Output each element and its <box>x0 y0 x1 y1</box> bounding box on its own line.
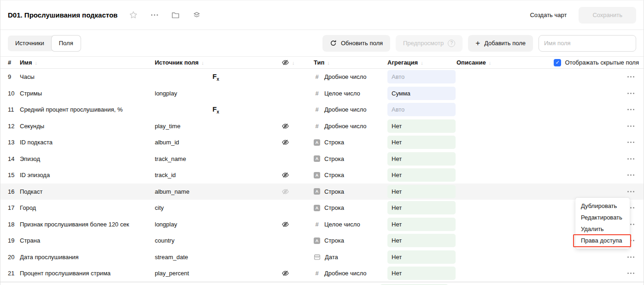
number-type-icon: # <box>314 73 320 80</box>
sort-arrow-icon: ↓ <box>327 60 330 65</box>
field-type-select[interactable]: Дата <box>304 254 387 261</box>
ellipsis-icon <box>627 125 634 127</box>
field-name-input[interactable] <box>539 35 636 52</box>
field-type-select[interactable]: #Целое число <box>304 90 387 97</box>
context-menu-item[interactable]: Права доступа <box>575 235 630 246</box>
context-menu-item[interactable]: Редактировать <box>575 212 630 223</box>
ellipsis-icon <box>627 93 634 94</box>
aggregation-select[interactable]: Нет <box>387 201 457 214</box>
aggregation-select[interactable]: Нет <box>387 218 457 231</box>
column-header-source[interactable]: Источник поля↓ <box>155 59 281 66</box>
row-number: 19 <box>8 237 20 244</box>
field-type-select[interactable]: AСтрока <box>304 204 387 211</box>
row-actions-button[interactable] <box>610 256 636 258</box>
tab-active[interactable]: Поля <box>52 36 81 51</box>
table-row: 9 Часы Fx #Дробное число Авто <box>0 69 644 85</box>
field-type-label: Строка <box>324 237 344 244</box>
title-bar: D01. Прослушивания подкастов Создать чар… <box>0 0 644 30</box>
row-number: 17 <box>8 204 20 211</box>
aggregation-select[interactable]: Нет <box>387 119 457 133</box>
more-options-icon[interactable] <box>150 11 159 20</box>
aggregation-select[interactable]: Нет <box>387 136 457 149</box>
field-type-select[interactable]: AСтрока <box>304 139 387 146</box>
aggregation-select[interactable]: Нет <box>387 250 457 264</box>
aggregation-select[interactable]: Авто <box>387 70 457 83</box>
field-type-label: Дата <box>325 254 338 261</box>
preview-button[interactable]: Предпросмотр ? <box>396 35 463 52</box>
field-type-select[interactable]: AСтрока <box>304 188 387 195</box>
context-menu-item[interactable]: Дублировать <box>575 200 630 212</box>
row-actions-button[interactable] <box>610 93 636 94</box>
context-menu-item[interactable]: Удалить <box>575 223 630 235</box>
table-row: 11 Средний процент прослушивания, % Fx #… <box>0 101 644 118</box>
field-type-label: Целое число <box>324 90 360 97</box>
field-type-label: Строка <box>324 188 344 195</box>
field-source: Fx <box>155 72 281 82</box>
field-name: Часы <box>20 73 155 80</box>
table-row: 10 Стримы longplay #Целое число Сумма <box>0 85 644 102</box>
layers-icon[interactable] <box>192 11 201 20</box>
field-type-select[interactable]: #Дробное число <box>304 270 387 277</box>
save-button[interactable]: Сохранить <box>579 7 636 24</box>
tab-inactive[interactable]: Источники <box>8 36 52 51</box>
aggregation-select[interactable]: Нет <box>387 267 457 280</box>
field-context-menu: ДублироватьРедактироватьУдалитьПрава дос… <box>575 198 630 249</box>
field-type-select[interactable]: #Дробное число <box>304 123 387 130</box>
favorite-star-icon[interactable] <box>129 11 138 20</box>
row-actions-button[interactable] <box>610 76 636 77</box>
aggregation-select[interactable]: Нет <box>387 234 457 247</box>
field-type-label: Дробное число <box>324 270 366 277</box>
aggregation-select[interactable]: Авто <box>387 103 457 116</box>
field-name: Страна <box>20 237 155 244</box>
field-type-label: Целое число <box>324 221 360 228</box>
eye-slash-icon[interactable] <box>281 171 304 179</box>
ellipsis-icon <box>627 109 634 110</box>
field-type-select[interactable]: #Дробное число <box>304 73 387 80</box>
show-hidden-fields-toggle[interactable]: ✓ Отображать скрытые поля <box>554 57 639 68</box>
aggregation-value: Нет <box>387 250 456 264</box>
refresh-fields-button[interactable]: Обновить поля <box>322 35 390 52</box>
eye-slash-icon[interactable] <box>281 122 304 130</box>
aggregation-value: Авто <box>387 70 456 83</box>
add-field-button[interactable]: + Добавить поле <box>468 35 533 52</box>
question-icon: ? <box>448 40 455 47</box>
checkbox-checked-icon: ✓ <box>554 59 561 66</box>
eye-slash-icon[interactable] <box>281 138 304 146</box>
column-header-type[interactable]: Тип↓ <box>304 59 387 66</box>
field-type-select[interactable]: #Дробное число <box>304 106 387 113</box>
folder-icon[interactable] <box>171 11 180 20</box>
string-type-icon: A <box>314 155 320 162</box>
string-type-icon: A <box>314 205 320 211</box>
row-actions-button[interactable] <box>610 158 636 160</box>
field-name: Город <box>20 204 155 211</box>
aggregation-select[interactable]: Сумма <box>387 87 457 100</box>
sort-arrow-icon: ↓ <box>421 60 423 65</box>
aggregation-select[interactable]: Нет <box>387 185 457 198</box>
column-header-visibility[interactable]: ↓ <box>281 59 304 66</box>
row-number: 10 <box>8 90 20 97</box>
field-type-select[interactable]: AСтрока <box>304 172 387 178</box>
table-row: 18 Признак прослушивания более 120 сек l… <box>0 216 644 233</box>
string-type-icon: A <box>314 139 320 146</box>
aggregation-select[interactable]: Нет <box>387 168 457 182</box>
row-actions-button[interactable] <box>610 142 636 143</box>
eye-slash-icon[interactable] <box>281 188 304 196</box>
column-header-name[interactable]: Имя↓ <box>20 59 155 66</box>
field-type-select[interactable]: #Целое число <box>304 221 387 228</box>
field-type-select[interactable]: AСтрока <box>304 237 387 244</box>
create-chart-button[interactable]: Создать чарт <box>530 12 567 18</box>
row-actions-button[interactable] <box>610 273 636 274</box>
aggregation-select[interactable]: Нет <box>387 152 457 166</box>
eye-slash-icon[interactable] <box>281 269 304 277</box>
table-row: 15 ID эпизода track_id AСтрока Нет <box>0 167 644 184</box>
field-name: ID подкаста <box>20 139 155 146</box>
row-actions-button[interactable] <box>610 174 636 176</box>
field-type-select[interactable]: AСтрока <box>304 155 387 162</box>
row-actions-button[interactable] <box>610 125 636 127</box>
eye-slash-icon[interactable] <box>281 220 304 228</box>
row-actions-button[interactable] <box>610 109 636 110</box>
table-row: 14 Эпизод track_name AСтрока Нет <box>0 151 644 167</box>
ellipsis-icon <box>627 174 634 176</box>
column-header-aggregation[interactable]: Агрегация↓ <box>387 59 457 66</box>
row-actions-button[interactable] <box>610 191 636 192</box>
